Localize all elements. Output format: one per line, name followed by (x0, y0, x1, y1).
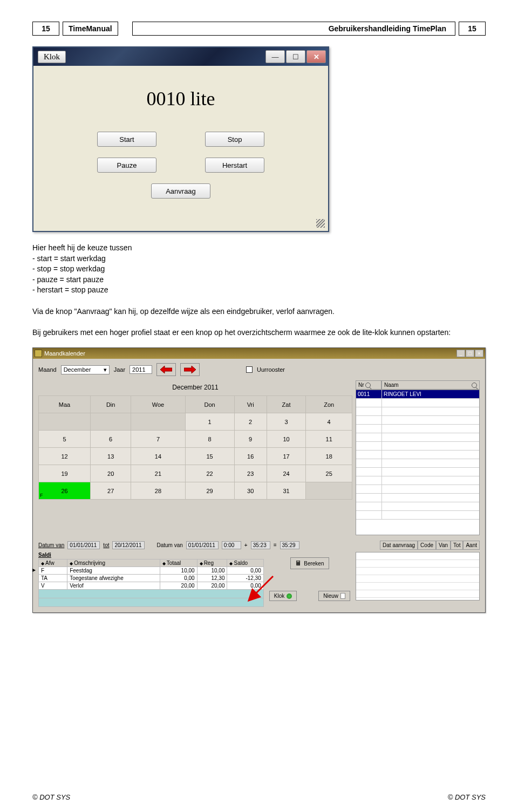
col-nr[interactable]: Nr (356, 380, 381, 390)
request-columns: Dat aanvraagCodeVanTotAant (380, 541, 480, 550)
svg-marker-1 (184, 366, 196, 373)
footer-left: © DOT SYS (32, 793, 70, 801)
klok-window-title: Klok (38, 51, 66, 63)
maandkalender-window: Maandkalender _ □ × Maand December▾ Jaar… (32, 347, 486, 613)
page-header: 15 TimeManual Gebruikershandleiding Time… (32, 22, 486, 36)
herstart-button[interactable]: Herstart (205, 158, 264, 173)
datum-van-label-2: Datum van (156, 542, 182, 548)
text-l4: - herstart = stop pauze (32, 285, 486, 296)
mk-title: Maandkalender (44, 350, 85, 357)
nieuw-button[interactable]: Nieuw (318, 591, 350, 601)
datum-van-label: Datum van (38, 542, 64, 548)
mk-titlebar: Maandkalender _ □ × (33, 348, 485, 359)
klok-button[interactable]: Klok (269, 591, 297, 601)
text-para2: Via de knop "Aanvraag" kan hij, op dezel… (32, 306, 486, 317)
mk-mid-bar: Datum van 01/01/2011 tot 20/12/2011 Datu… (33, 538, 485, 552)
page-footer: © DOT SYS © DOT SYS (32, 793, 486, 801)
klok-display: 0010 lite (50, 87, 312, 110)
employee-list-body[interactable]: 0011RINGOET LEVI (356, 390, 480, 535)
bereken-label: Bereken (304, 561, 324, 567)
arrow-right-icon (184, 366, 196, 373)
text-l3: - pauze = start pauze (32, 275, 486, 285)
svg-marker-0 (160, 366, 172, 373)
klok-label: Klok (274, 593, 284, 599)
prev-month-button[interactable] (156, 363, 176, 376)
uurrooster-checkbox[interactable] (246, 366, 253, 373)
text-intro: Hier heeft hij de keuze tussen (32, 243, 486, 254)
page-number-left: 15 (32, 22, 59, 36)
arrow-left-icon (160, 366, 172, 373)
mk-maximize-button[interactable]: □ (466, 350, 474, 357)
text-para3: Bij gebruikers met een hoger profiel sta… (32, 327, 486, 338)
employee-list: Nr Naam 0011RINGOET LEVI (356, 380, 480, 535)
saldi-block: Saldi ◆Afw◆Omschrijving◆Totaal◆Reg◆Saldo… (38, 552, 264, 607)
stop-button[interactable]: Stop (205, 132, 264, 147)
date-from-1[interactable]: 01/01/2011 (67, 541, 100, 549)
col-naam[interactable]: Naam (381, 380, 480, 390)
search-icon (472, 383, 477, 388)
klok-window: Klok — ☐ ✕ 0010 lite Start Stop Pauze He… (32, 46, 329, 232)
month-label: Maand (38, 366, 57, 373)
footer-right: © DOT SYS (448, 793, 486, 801)
time-1[interactable]: 0:00 (222, 541, 241, 549)
klok-titlebar: Klok — ☐ ✕ (33, 47, 328, 66)
mk-close-button[interactable]: × (475, 350, 483, 357)
start-button[interactable]: Start (97, 132, 156, 147)
saldi-table[interactable]: ◆Afw◆Omschrijving◆Totaal◆Reg◆SaldoFFeest… (38, 559, 264, 607)
document-icon (340, 593, 345, 599)
calendar-panel: December 2011 MaaDinWoeDonVriZatZon12345… (38, 380, 352, 535)
month-dropdown[interactable]: December▾ (61, 365, 110, 374)
equals-icon: = (274, 542, 277, 548)
search-icon (365, 383, 371, 388)
page-number-right: 15 (459, 22, 486, 36)
text-l1: - start = start werkdag (32, 254, 486, 264)
pauze-button[interactable]: Pauze (97, 158, 156, 173)
year-input[interactable]: 2011 (130, 365, 152, 374)
uurrooster-label: Uurrooster (257, 366, 285, 373)
page-title: Gebruikershandleiding TimePlan (132, 22, 455, 36)
time-3: 35:29 (280, 541, 299, 549)
circle-green-icon (287, 593, 292, 599)
request-list-body[interactable] (356, 552, 480, 601)
calendar-title: December 2011 (38, 380, 352, 395)
minimize-button[interactable]: — (265, 50, 285, 63)
body-text-1: Hier heeft hij de keuze tussen - start =… (32, 243, 486, 338)
text-l2: - stop = stop werkdag (32, 264, 486, 275)
maximize-button[interactable]: ☐ (286, 50, 305, 63)
calculator-icon: 🖩 (295, 559, 302, 567)
date-to[interactable]: 20/12/2011 (112, 541, 145, 549)
resize-grip[interactable] (316, 219, 325, 228)
mk-icon (35, 350, 42, 357)
chevron-down-icon: ▾ (104, 366, 107, 373)
mk-toolbar: Maand December▾ Jaar 2011 Uurrooster (33, 359, 485, 380)
date-from-2[interactable]: 01/01/2011 (186, 541, 219, 549)
month-value: December (64, 366, 91, 373)
year-label: Jaar (114, 366, 125, 373)
next-month-button[interactable] (180, 363, 200, 376)
tot-label: tot (103, 542, 109, 548)
time-2[interactable]: 35:23 (251, 541, 270, 549)
request-list (356, 552, 480, 607)
app-name: TimeManual (63, 22, 118, 36)
aanvraag-button[interactable]: Aanvraag (151, 183, 210, 199)
mk-minimize-button[interactable]: _ (456, 350, 465, 357)
plus-icon: + (244, 542, 248, 548)
saldi-title: Saldi (38, 552, 264, 558)
bereken-button[interactable]: 🖩 Bereken (290, 557, 329, 569)
window-controls: — ☐ ✕ (265, 50, 326, 63)
nieuw-label: Nieuw (323, 593, 338, 599)
klok-body: 0010 lite Start Stop Pauze Herstart Aanv… (33, 66, 328, 231)
calendar-grid[interactable]: MaaDinWoeDonVriZatZon1234567891011121314… (38, 395, 352, 500)
close-button[interactable]: ✕ (306, 50, 326, 63)
